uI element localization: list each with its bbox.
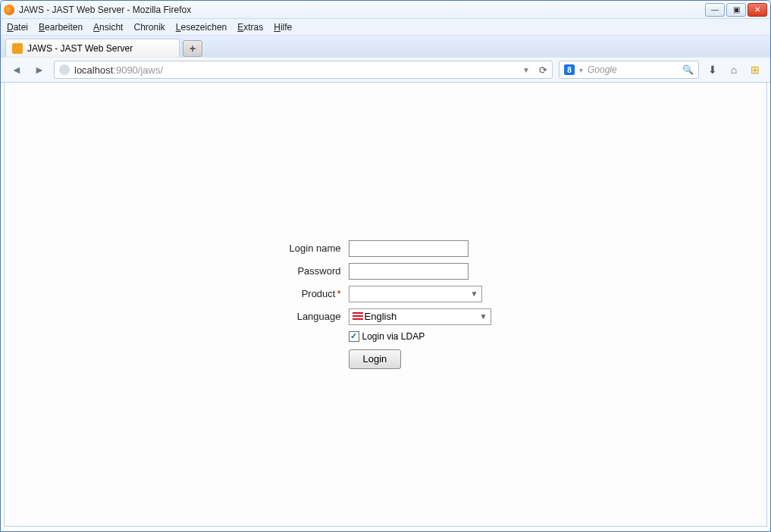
language-label: Language [281, 311, 341, 322]
menu-extras[interactable]: Extras [237, 22, 263, 33]
password-input[interactable] [349, 263, 469, 280]
ldap-checkbox[interactable]: ✓ [349, 331, 359, 342]
search-bar[interactable]: 8 ▾ Google 🔍 [559, 61, 699, 79]
url-bar[interactable]: localhost:9090/jaws/ ▼ ⟳ [54, 61, 553, 79]
home-button[interactable]: ⌂ [726, 62, 741, 77]
browser-window: JAWS - JAST Web Server - Mozilla Firefox… [0, 0, 771, 532]
navbar: ◄ ► localhost:9090/jaws/ ▼ ⟳ 8 ▾ Google … [1, 57, 770, 83]
search-engine-dropdown-icon[interactable]: ▾ [579, 66, 583, 74]
addon-button[interactable]: ⊞ [747, 62, 763, 77]
tab-active[interactable]: JAWS - JAST Web Server [5, 39, 180, 57]
menu-hilfe[interactable]: Hilfe [274, 22, 292, 33]
maximize-button[interactable]: ▣ [726, 3, 746, 17]
login-name-input[interactable] [349, 240, 469, 257]
tab-favicon [12, 43, 23, 54]
language-value: English [353, 311, 397, 322]
tabstrip: JAWS - JAST Web Server + [1, 36, 770, 57]
firefox-icon [4, 5, 14, 15]
titlebar: JAWS - JAST Web Server - Mozilla Firefox… [1, 1, 770, 19]
uk-flag-icon [353, 312, 363, 320]
search-engine-icon[interactable]: 8 [564, 64, 575, 75]
url-history-dropdown-icon[interactable]: ▼ [522, 66, 530, 74]
login-button[interactable]: Login [349, 349, 402, 369]
downloads-button[interactable]: ⬇ [705, 62, 720, 77]
product-select[interactable]: ▼ [349, 286, 482, 302]
window-title: JAWS - JAST Web Server - Mozilla Firefox [19, 5, 191, 15]
login-name-label: Login name [281, 243, 341, 254]
menu-datei[interactable]: Datei [7, 22, 28, 33]
close-button[interactable]: ✕ [747, 3, 767, 17]
menu-chronik[interactable]: Chronik [133, 22, 165, 33]
ldap-label: Login via LDAP [362, 331, 425, 342]
menu-ansicht[interactable]: Ansicht [93, 22, 123, 33]
menu-lesezeichen[interactable]: Lesezeichen [176, 22, 227, 33]
tab-title: JAWS - JAST Web Server [27, 43, 133, 54]
minimize-button[interactable]: — [705, 3, 725, 17]
chevron-down-icon: ▼ [480, 312, 487, 321]
forward-button[interactable]: ► [31, 61, 48, 78]
search-placeholder: Google [588, 64, 678, 75]
chevron-down-icon: ▼ [471, 289, 478, 298]
url-text: localhost:9090/jaws/ [74, 64, 515, 76]
new-tab-button[interactable]: + [183, 40, 202, 57]
menu-bearbeiten[interactable]: Bearbeiten [39, 22, 83, 33]
language-select[interactable]: English ▼ [349, 308, 491, 325]
reload-button[interactable]: ⟳ [539, 64, 547, 76]
window-controls: — ▣ ✕ [705, 3, 767, 17]
password-label: Password [281, 265, 341, 277]
search-go-icon[interactable]: 🔍 [682, 64, 694, 75]
page-content: Login name Password Product* ▼ Language … [4, 83, 767, 527]
site-identity-icon [59, 64, 70, 75]
login-form: Login name Password Product* ▼ Language … [281, 240, 491, 369]
menubar: Datei Bearbeiten Ansicht Chronik Lesezei… [1, 19, 770, 36]
product-label: Product* [281, 288, 341, 299]
back-button[interactable]: ◄ [8, 61, 25, 78]
